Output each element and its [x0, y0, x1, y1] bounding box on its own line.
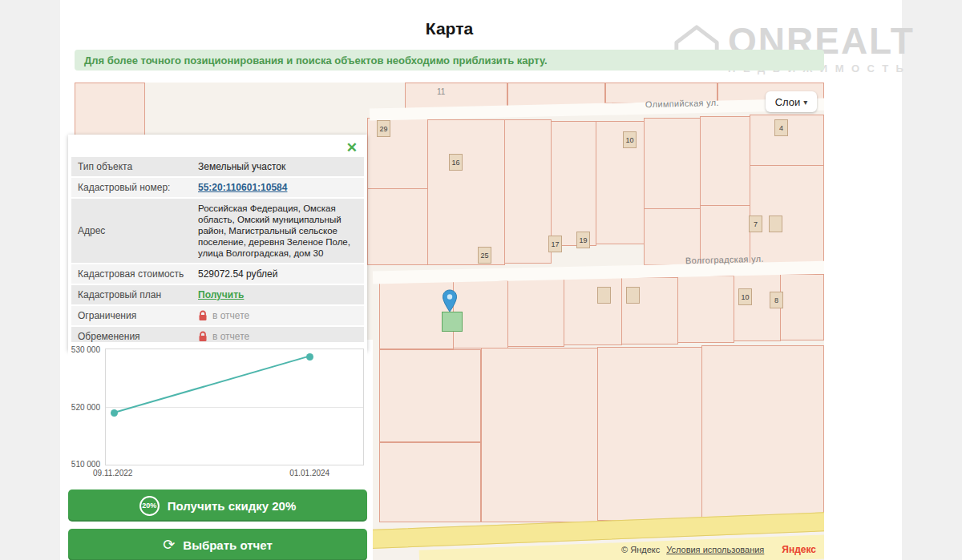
field-label: Кадастровый номер: — [71, 178, 192, 197]
row-address: Адрес Российская Федерация, Омская облас… — [71, 199, 364, 263]
chevron-down-icon: ▾ — [803, 98, 807, 107]
map-building: 8 — [770, 292, 783, 308]
map-building: 4 — [774, 119, 788, 136]
map-building: 19 — [576, 232, 590, 248]
map-building — [626, 287, 640, 304]
map-building: 7 — [749, 216, 762, 232]
row-cadastral-plan: Кадастровый план Получить — [71, 285, 364, 304]
map-building: 10 — [623, 131, 637, 148]
map-plot-number: 11 — [437, 87, 445, 96]
field-value: в отчете — [192, 306, 364, 325]
in-report-text: в отчете — [212, 310, 249, 321]
chart-point — [111, 409, 118, 417]
field-label: Ограничения — [71, 306, 192, 325]
chart-line-svg — [106, 349, 363, 465]
field-value: 55:20:110601:10584 — [192, 178, 364, 197]
chart-x-tick: 09.11.2022 — [93, 469, 132, 477]
panel-header: ✕ — [71, 138, 364, 157]
map-building: 25 — [478, 247, 491, 264]
field-value: Российская Федерация, Омская область, Ом… — [192, 199, 364, 263]
row-cadastral-number: Кадастровый номер: 55:20:110601:10584 — [71, 178, 364, 197]
layers-button-label: Слои — [775, 96, 801, 108]
field-value: 529072.54 рублей — [192, 264, 364, 284]
map-building — [769, 216, 782, 232]
map-building — [597, 287, 611, 304]
chart-plot-area — [105, 348, 364, 465]
map-building: 16 — [449, 154, 463, 171]
chart-y-axis: 530 000520 000510 000 — [68, 348, 105, 465]
map-building: 29 — [377, 120, 390, 137]
lock-icon — [198, 331, 208, 342]
discount-button[interactable]: 20% Получить скидку 20% — [68, 489, 367, 522]
chart-x-tick: 01.01.2024 — [289, 469, 329, 477]
price-history-chart: 530 000520 000510 000 09.11.202201.01.20… — [68, 342, 367, 481]
cadastral-number-link[interactable]: 55:20:110601:10584 — [198, 182, 287, 193]
map-building: 17 — [548, 236, 562, 252]
map-attribution: © Яндекс Условия использования Яндекс — [621, 544, 816, 555]
refresh-icon: ⟳ — [163, 538, 175, 552]
in-report-text: в отчете — [212, 331, 249, 342]
chart-x-axis: 09.11.202201.01.2024 — [105, 465, 364, 480]
lock-icon — [198, 310, 208, 321]
report-button-label: Выбрать отчет — [183, 538, 272, 552]
map-street-label: Волгоградская ул. — [685, 254, 764, 266]
chart-point — [306, 353, 313, 361]
map-street-label: Олимпийская ул. — [645, 98, 719, 109]
close-icon[interactable]: ✕ — [346, 141, 358, 155]
field-label: Кадастровая стоимость — [71, 264, 192, 284]
field-value: Получить — [192, 285, 364, 304]
yandex-copyright: © Яндекс — [621, 545, 660, 554]
zoom-hint-banner: Для более точного позиционирования и пои… — [75, 50, 824, 71]
chart-y-tick: 530 000 — [71, 345, 100, 354]
map-pin-icon[interactable] — [442, 289, 458, 312]
page: Карта ONREALT НЕДВИЖИМОСТЬ Для более точ… — [0, 0, 962, 560]
row-object-type: Тип объекта Земельный участок — [71, 157, 364, 176]
chart-y-tick: 520 000 — [71, 403, 100, 412]
field-label: Кадастровый план — [71, 285, 192, 304]
selected-parcel[interactable] — [442, 312, 463, 332]
chart-grid: 530 000520 000510 000 — [68, 348, 364, 465]
map-building: 10 — [738, 288, 752, 305]
field-label: Адрес — [71, 221, 192, 240]
zoom-hint-text: Для более точного позиционирования и пои… — [84, 54, 548, 66]
report-button[interactable]: ⟳ Выбрать отчет — [68, 529, 367, 560]
discount-button-label: Получить скидку 20% — [168, 499, 297, 513]
object-info-panel: ✕ Тип объекта Земельный участок Кадастро… — [68, 135, 367, 351]
row-cadastral-cost: Кадастровая стоимость 529072.54 рублей — [71, 264, 364, 284]
terms-of-use-link[interactable]: Условия использования — [666, 545, 764, 554]
field-value: Земельный участок — [192, 157, 364, 176]
layers-button[interactable]: Слои ▾ — [766, 91, 817, 112]
field-label: Тип объекта — [71, 157, 192, 176]
chart-y-tick: 510 000 — [71, 460, 100, 469]
discount-badge-icon: 20% — [139, 496, 160, 516]
get-plan-link[interactable]: Получить — [198, 289, 244, 300]
row-restrictions: Ограничения в отчете — [71, 306, 364, 325]
yandex-logo[interactable]: Яндекс — [782, 544, 816, 555]
